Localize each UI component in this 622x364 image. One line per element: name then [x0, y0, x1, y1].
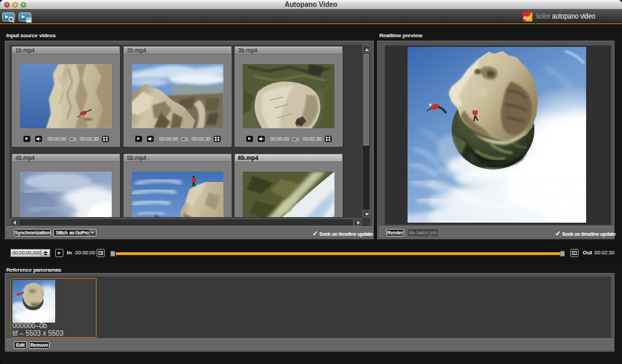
- svg-text:av: av: [523, 14, 530, 21]
